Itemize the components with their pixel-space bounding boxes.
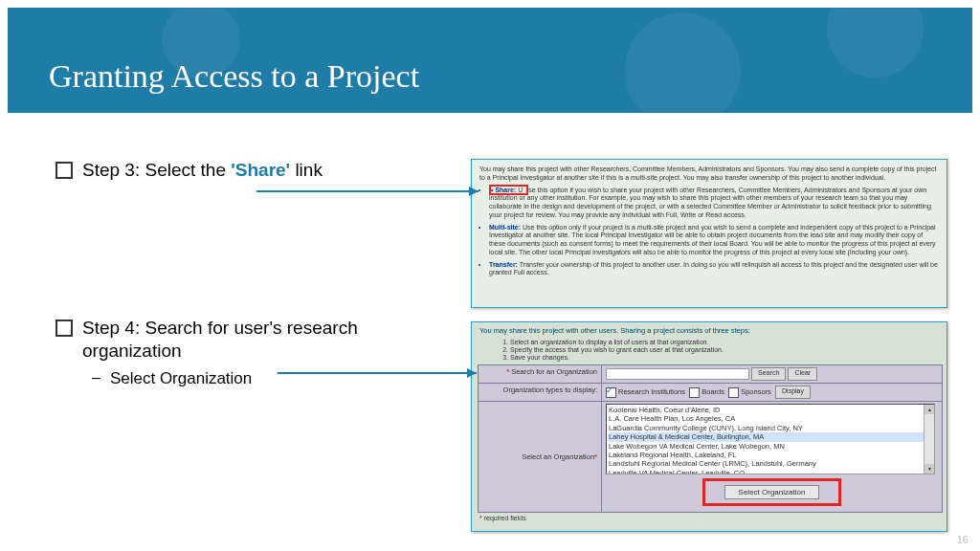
panel2-step2: Specify the access that you wish to gran… bbox=[510, 346, 947, 353]
step3-text: Step 3: Select the 'Share' link bbox=[82, 159, 323, 183]
search-controls-cell: Search Clear bbox=[602, 365, 943, 384]
required-asterisk: * bbox=[479, 515, 482, 521]
left-column: Step 3: Select the 'Share' link Step 4: … bbox=[56, 159, 457, 388]
dash-icon: – bbox=[92, 369, 100, 386]
step4-sub-text: Select Organization bbox=[110, 369, 252, 388]
share-link-highlight[interactable]: • Share: U bbox=[489, 185, 528, 195]
share-search-panel: You may share this project with other us… bbox=[471, 321, 947, 532]
bullet-checkbox-icon bbox=[56, 320, 73, 337]
step4-text: Step 4: Search for user's research organ… bbox=[82, 317, 457, 364]
select-org-cell: Kootenai Health, Coeur d'Alene, ID L.A. … bbox=[602, 402, 943, 513]
org-option[interactable]: Lake Wobegon VA Medical Center, Lake Wob… bbox=[609, 442, 932, 451]
org-option[interactable]: Lakeland Regional Health, Lakeland, FL bbox=[609, 451, 932, 459]
share-label: Share: bbox=[495, 187, 516, 193]
required-note: * required fields bbox=[472, 513, 947, 523]
bullet-checkbox-icon bbox=[56, 162, 73, 179]
share-info-panel: You may share this project with other Re… bbox=[471, 159, 947, 308]
share-bullet: • Share: Use this option if you wish to … bbox=[489, 187, 939, 220]
org-option-selected[interactable]: Lahey Hospital & Medical Center, Burling… bbox=[609, 432, 932, 441]
sponsors-checkbox[interactable] bbox=[728, 387, 739, 398]
transfer-body: Transfer your ownership of this project … bbox=[489, 261, 938, 276]
required-asterisk: * bbox=[594, 452, 597, 461]
panel1-intro: You may share this project with other Re… bbox=[479, 165, 939, 183]
listbox-scrollbar[interactable]: ▴ ▾ bbox=[924, 405, 934, 474]
multisite-bullet: Multi-site: Use this option only if your… bbox=[489, 224, 939, 257]
org-option[interactable]: Leadville VA Medical Center, Leadville, … bbox=[609, 469, 932, 474]
step3-suffix: link bbox=[290, 160, 323, 180]
org-listbox[interactable]: Kootenai Health, Coeur d'Alene, ID L.A. … bbox=[606, 404, 935, 474]
step4-block: Step 4: Search for user's research organ… bbox=[56, 317, 457, 388]
type-sponsors-label: Sponsors bbox=[741, 387, 771, 396]
search-label: Search for an Organization bbox=[511, 367, 597, 376]
scroll-down-arrow-icon[interactable]: ▾ bbox=[924, 464, 934, 474]
search-button[interactable]: Search bbox=[751, 367, 786, 381]
org-search-input[interactable] bbox=[606, 368, 749, 380]
required-text: required fields bbox=[484, 515, 526, 521]
boards-checkbox[interactable] bbox=[689, 387, 700, 398]
select-organization-button[interactable]: Select Organization bbox=[724, 485, 820, 499]
scroll-up-arrow-icon[interactable]: ▴ bbox=[924, 405, 934, 414]
step4-bullet: Step 4: Search for user's research organ… bbox=[56, 317, 457, 364]
panel2-header: You may share this project with other us… bbox=[472, 322, 947, 337]
org-search-table: * Search for an Organization Search Clea… bbox=[478, 364, 943, 513]
step3-share-word: 'Share' bbox=[231, 160, 290, 180]
org-option[interactable]: L.A. Care Health Plan, Los Angeles, CA bbox=[609, 414, 932, 423]
multisite-body: Use this option only if your project is … bbox=[489, 224, 936, 255]
search-label-cell: * Search for an Organization bbox=[479, 365, 602, 384]
research-checkbox[interactable] bbox=[606, 387, 616, 398]
type-boards-label: Boards bbox=[702, 387, 724, 396]
select-org-label-cell: Select an Organization* bbox=[479, 402, 602, 513]
panel2-step3: Save your changes. bbox=[510, 354, 947, 361]
select-org-highlight: Select Organization bbox=[702, 478, 842, 506]
select-org-label: Select an Organization bbox=[522, 452, 594, 461]
org-option[interactable]: Kootenai Health, Coeur d'Alene, ID bbox=[609, 406, 932, 414]
org-option[interactable]: LaGuardia Community College (CUNY), Long… bbox=[609, 424, 932, 432]
clear-button[interactable]: Clear bbox=[788, 367, 817, 381]
display-button[interactable]: Display bbox=[775, 386, 811, 399]
step3-bullet: Step 3: Select the 'Share' link bbox=[56, 159, 457, 183]
required-asterisk: * bbox=[506, 367, 509, 376]
step4-sub-bullet: – Select Organization bbox=[92, 369, 457, 388]
transfer-bullet: Transfer: Transfer your ownership of thi… bbox=[489, 261, 939, 278]
select-org-button-wrap: Select Organization bbox=[606, 474, 938, 510]
types-controls-cell: Research Institutions Boards Sponsors Di… bbox=[602, 384, 943, 402]
step3-prefix: Step 3: Select the bbox=[82, 160, 231, 180]
page-number: 16 bbox=[957, 534, 969, 545]
type-research-label: Research Institutions bbox=[618, 387, 685, 396]
panel2-step1: Select an organization to display a list… bbox=[510, 339, 947, 345]
share-body: se this option if you wish to share your… bbox=[489, 187, 931, 218]
org-option[interactable]: Landstuhl Regional Medical Center (LRMC)… bbox=[609, 459, 932, 468]
share-frag: U bbox=[518, 187, 523, 193]
multisite-label: Multi-site: bbox=[489, 224, 521, 231]
types-label-cell: Organization types to display: bbox=[479, 384, 602, 402]
panel2-steps-list: Select an organization to display a list… bbox=[510, 339, 947, 361]
transfer-label: Transfer: bbox=[489, 261, 518, 268]
page-title: Granting Access to a Project bbox=[49, 58, 419, 95]
title-banner: Granting Access to a Project bbox=[8, 8, 972, 113]
